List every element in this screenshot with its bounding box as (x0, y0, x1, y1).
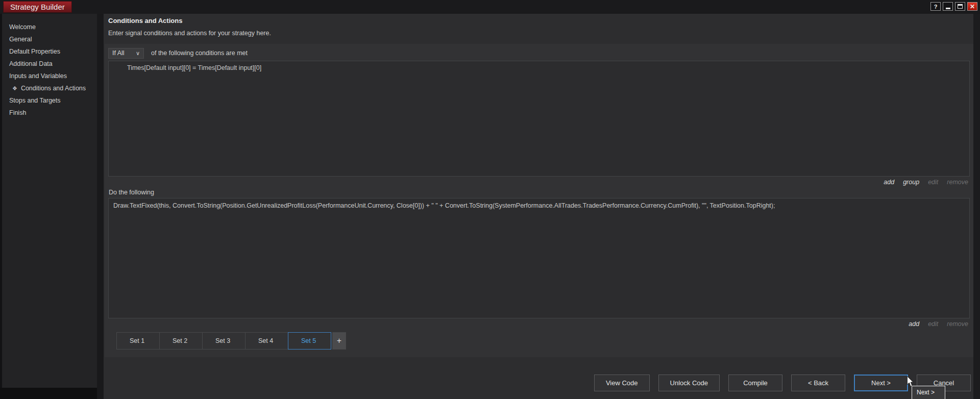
sidebar-item-conditions-and-actions[interactable]: ❖Conditions and Actions (2, 82, 97, 94)
sidebar-item-welcome[interactable]: Welcome (2, 21, 97, 33)
conditions-add-link[interactable]: add (884, 179, 894, 186)
conditions-edit-link: edit (928, 179, 938, 186)
view-code-button[interactable]: View Code (594, 375, 650, 391)
back-button[interactable]: < Back (791, 375, 845, 391)
compile-button[interactable]: Compile (728, 375, 782, 391)
tab-set-2[interactable]: Set 2 (159, 332, 203, 350)
unlock-code-button[interactable]: Unlock Code (658, 375, 720, 391)
sidebar-item-additional-data[interactable]: Additional Data (2, 58, 97, 70)
page-title: Conditions and Actions (108, 17, 182, 24)
next-button-tooltip: Next > (912, 386, 945, 399)
next-button[interactable]: Next > (854, 375, 908, 391)
actions-remove-link: remove (947, 320, 968, 328)
match-mode-select[interactable]: If All ∨ (108, 48, 144, 59)
condition-match-row: If All ∨ of the following conditions are… (108, 47, 248, 59)
match-mode-value: If All (112, 49, 125, 57)
match-mode-suffix-label: of the following conditions are met (151, 49, 248, 57)
title-bar: Strategy Builder ? ✕ (0, 0, 980, 14)
maximize-button[interactable] (955, 2, 965, 11)
actions-link-bar: add edit remove (909, 320, 968, 328)
minimize-button[interactable] (943, 2, 953, 11)
maximize-icon (958, 4, 963, 9)
conditions-group-link[interactable]: group (903, 179, 919, 186)
tab-set-3[interactable]: Set 3 (202, 332, 246, 350)
help-icon: ? (934, 4, 938, 10)
conditions-remove-link: remove (947, 179, 968, 186)
close-icon: ✕ (970, 3, 975, 10)
current-step-diamond-icon: ❖ (12, 85, 17, 91)
set-tab-bar: Set 1 Set 2 Set 3 Set 4 Set 5 + (116, 332, 346, 350)
mouse-cursor-icon (906, 376, 914, 387)
sidebar-item-stops-and-targets[interactable]: Stops and Targets (2, 94, 97, 107)
tab-set-4[interactable]: Set 4 (245, 332, 288, 350)
conditions-link-bar: add group edit remove (884, 179, 968, 186)
actions-list[interactable]: Draw.TextFixed(this, Convert.ToString(Po… (108, 198, 970, 318)
strategy-builder-window: Strategy Builder ? ✕ Welcome General (0, 0, 980, 399)
chevron-down-icon: ∨ (136, 50, 140, 57)
conditions-list[interactable]: Times[Default input][0] = Times[Default … (108, 61, 970, 177)
close-button[interactable]: ✕ (967, 2, 977, 11)
conditions-actions-panel: If All ∨ of the following conditions are… (105, 44, 973, 357)
tab-set-5[interactable]: Set 5 (288, 332, 331, 350)
tab-set-1[interactable]: Set 1 (116, 332, 160, 350)
minimize-icon (946, 8, 950, 9)
actions-edit-link: edit (928, 320, 938, 328)
window-right-border (973, 14, 980, 399)
action-row[interactable]: Draw.TextFixed(this, Convert.ToString(Po… (113, 202, 775, 209)
actions-add-link[interactable]: add (909, 320, 919, 328)
window-bottom-left-strip (0, 388, 97, 399)
actions-section-label: Do the following (109, 189, 154, 196)
sidebar-item-finish[interactable]: Finish (2, 107, 97, 119)
page-subtitle: Enter signal conditions and actions for … (108, 30, 271, 37)
help-button[interactable]: ? (930, 2, 941, 11)
window-title: Strategy Builder (3, 1, 72, 13)
plus-icon: + (337, 336, 341, 345)
sidebar-item-inputs-and-variables[interactable]: Inputs and Variables (2, 70, 97, 82)
sidebar-item-default-properties[interactable]: Default Properties (2, 45, 97, 58)
sidebar-item-general[interactable]: General (2, 33, 97, 45)
sidebar-divider (97, 14, 104, 399)
add-set-button[interactable]: + (332, 332, 346, 350)
condition-row[interactable]: Times[Default input][0] = Times[Default … (127, 64, 261, 71)
wizard-sidebar: Welcome General Default Properties Addit… (2, 14, 97, 388)
window-controls: ? ✕ (930, 2, 977, 11)
